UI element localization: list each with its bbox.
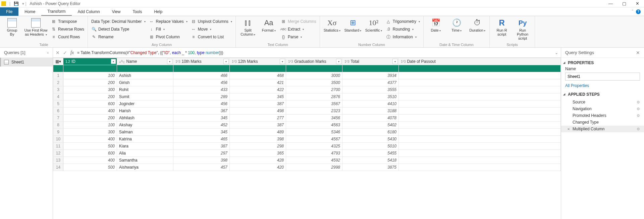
column-header-name[interactable]: ABCName ▾ [117, 58, 173, 65]
cell-12th[interactable]: 345 [230, 93, 286, 100]
step-source[interactable]: Source⚙ [561, 99, 644, 105]
detect-type-button[interactable]: 🔍Detect Data Type [91, 26, 146, 33]
column-header-10th[interactable]: 1²310th Marks ▾ [173, 58, 230, 65]
cell-total[interactable]: 5455 [342, 150, 399, 157]
table-row[interactable]: 7200Abhilash34527734564078 [53, 115, 561, 122]
filter-icon[interactable]: ▾ [167, 59, 172, 64]
cell-passout[interactable] [399, 100, 561, 107]
table-row[interactable]: 3300Rohit43342227003555 [53, 86, 561, 93]
save-icon[interactable]: 💾 [14, 1, 19, 6]
step-changed-type[interactable]: Changed Type [561, 119, 644, 126]
queries-collapse-icon[interactable]: ‹ [47, 50, 49, 55]
cell-total[interactable]: 5430 [342, 136, 399, 143]
cell-name[interactable]: Sumit [117, 93, 173, 100]
data-type-button[interactable]: Data Type: Decimal Number▾ [91, 18, 146, 25]
row-number[interactable]: 2 [53, 79, 63, 86]
cell-12th[interactable]: 498 [230, 107, 286, 115]
fx-icon[interactable]: fx [70, 50, 74, 55]
cell-id[interactable]: 100 [63, 122, 117, 129]
cell-name[interactable]: Salman [117, 129, 173, 136]
cell-total[interactable]: 4377 [342, 79, 399, 86]
cell-id[interactable]: 500 [63, 164, 117, 171]
cell-grad[interactable]: 3500 [286, 79, 342, 86]
row-number[interactable]: 11 [53, 143, 63, 150]
cell-12th[interactable]: 277 [230, 115, 286, 122]
table-row[interactable]: 8100Akshay45238745635402 [53, 122, 561, 129]
cell-passout[interactable] [399, 86, 561, 93]
cell-grad[interactable]: 3000 [286, 72, 342, 79]
gear-icon[interactable]: ⚙ [637, 127, 640, 131]
row-number[interactable]: 6 [53, 107, 63, 115]
cell-10th[interactable]: 367 [173, 107, 230, 115]
cell-total[interactable]: 3934 [342, 72, 399, 79]
cell-name[interactable]: Samantha [117, 157, 173, 164]
cell-name[interactable]: Alia [117, 150, 173, 157]
cell-passout[interactable] [399, 79, 561, 86]
row-number[interactable]: 3 [53, 86, 63, 93]
cell-grad[interactable]: 4325 [286, 143, 342, 150]
commit-formula-icon[interactable]: ✓ [63, 50, 67, 55]
move-button[interactable]: ↔Move▾ [191, 26, 232, 33]
cell-id[interactable]: 600 [63, 150, 117, 157]
cell-12th[interactable]: 298 [230, 143, 286, 150]
cell-total[interactable]: 5010 [342, 143, 399, 150]
row-number[interactable]: 1 [53, 72, 63, 79]
column-header-id[interactable]: 1.2ID ▾ [63, 58, 117, 65]
file-tab[interactable]: File [0, 7, 18, 16]
cell-grad[interactable]: 4563 [286, 122, 342, 129]
unpivot-button[interactable]: ⊟Unpivot Columns▾ [191, 18, 232, 25]
cell-id[interactable]: 300 [63, 129, 117, 136]
filter-icon[interactable]: ▾ [111, 59, 116, 64]
properties-section[interactable]: PROPERTIES [561, 58, 644, 67]
gear-icon[interactable]: ⚙ [637, 114, 640, 118]
applied-steps-section[interactable]: APPLIED STEPS [561, 89, 644, 98]
cell-12th[interactable]: 468 [230, 72, 286, 79]
all-properties-link[interactable]: All Properties [561, 82, 644, 89]
cell-name[interactable]: Ashish [117, 72, 173, 79]
cell-grad[interactable]: 2700 [286, 86, 342, 93]
date-button[interactable]: 📅 Date▾ [427, 17, 444, 42]
table-row[interactable]: 6400Harish36749823233188 [53, 107, 561, 115]
cell-grad[interactable]: 2998 [286, 164, 342, 171]
cell-total[interactable]: 3510 [342, 93, 399, 100]
information-button[interactable]: ⓘInformation▾ [386, 34, 420, 40]
cell-grad[interactable]: 5346 [286, 129, 342, 136]
time-button[interactable]: 🕐 Time▾ [448, 17, 465, 42]
cell-name[interactable]: Aishwariya [117, 164, 173, 171]
count-rows-button[interactable]: ≡Count Rows [51, 34, 84, 40]
filter-icon[interactable]: ▾ [223, 59, 229, 64]
split-column-button[interactable]: ⫿⫿ Split Column▾ [239, 17, 257, 42]
cell-10th[interactable]: 345 [173, 115, 230, 122]
table-row[interactable]: 4200Sumit28934528763510 [53, 93, 561, 100]
cell-10th[interactable]: 433 [173, 86, 230, 93]
cell-id[interactable]: 200 [63, 79, 117, 86]
row-number[interactable]: 10 [53, 136, 63, 143]
parse-button[interactable]: {}Parse▾ [281, 34, 316, 40]
cell-10th[interactable]: 398 [173, 157, 230, 164]
cell-10th[interactable]: 289 [173, 93, 230, 100]
cell-grad[interactable]: 3456 [286, 115, 342, 122]
cell-grad[interactable]: 4592 [286, 157, 342, 164]
cell-12th[interactable]: 398 [230, 136, 286, 143]
trigonometry-button[interactable]: △Trigonometry▾ [386, 18, 420, 25]
table-row[interactable]: 1100Ashish46646830003934 [53, 72, 561, 79]
filter-icon[interactable]: ▾ [280, 59, 285, 64]
column-header-passout[interactable]: 1²3Date of Passout [399, 58, 561, 65]
step-navigation[interactable]: Navigation⚙ [561, 105, 644, 112]
convert-list-button[interactable]: ≡Convert to List [191, 34, 232, 40]
cell-10th[interactable]: 466 [173, 72, 230, 79]
column-header-total[interactable]: 1²3Total ▾ [342, 58, 399, 65]
cell-passout[interactable] [399, 157, 561, 164]
expand-formula-icon[interactable]: ⌄ [555, 50, 558, 55]
cell-12th[interactable]: 387 [230, 100, 286, 107]
row-number[interactable]: 13 [53, 157, 63, 164]
rename-button[interactable]: ✎Rename [91, 34, 146, 40]
transform-tab[interactable]: Transform [41, 7, 71, 16]
fill-button[interactable]: ↓Fill▾ [149, 26, 187, 33]
use-first-row-button[interactable]: Use First Row as Headers ▾ [24, 17, 48, 42]
step-promoted-headers[interactable]: Promoted Headers⚙ [561, 112, 644, 119]
gear-icon[interactable]: ⚙ [637, 107, 640, 111]
run-python-button[interactable]: Py Run Python script [514, 17, 531, 42]
cell-id[interactable]: 200 [63, 93, 117, 100]
table-row[interactable]: 2200Girish45642135004377 [53, 79, 561, 86]
